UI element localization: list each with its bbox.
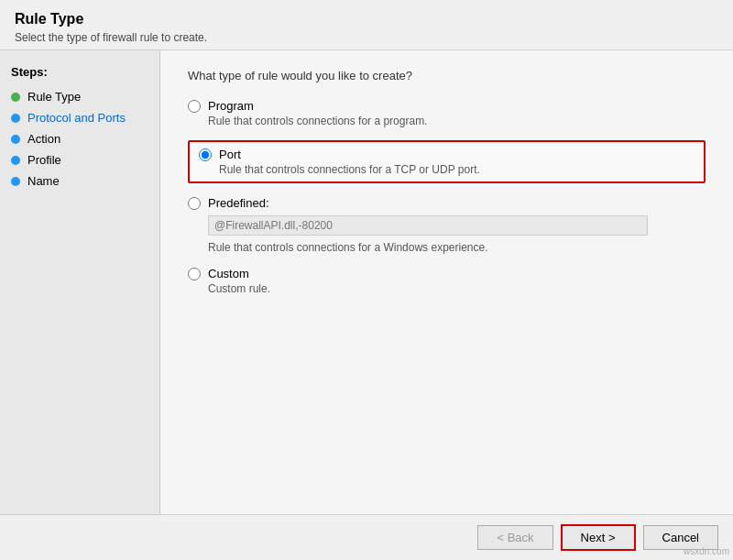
back-button[interactable]: < Back (477, 525, 552, 550)
sidebar: Steps: Rule Type Protocol and Ports Acti… (0, 50, 160, 514)
dot-icon-action (11, 135, 20, 144)
option-program: Program Rule that controls connections f… (188, 99, 706, 127)
next-button[interactable]: Next > (561, 524, 636, 551)
question-text: What type of rule would you like to crea… (188, 69, 706, 82)
dot-icon-name (11, 177, 20, 186)
label-custom[interactable]: Custom (208, 267, 249, 280)
steps-label: Steps: (0, 65, 159, 86)
sidebar-item-name[interactable]: Name (0, 170, 159, 192)
label-program[interactable]: Program (208, 99, 254, 113)
dialog-title: Rule Type (15, 11, 718, 27)
sidebar-label-profile: Profile (27, 153, 61, 167)
dialog-body: Steps: Rule Type Protocol and Ports Acti… (0, 50, 733, 514)
sidebar-label-protocol-ports: Protocol and Ports (27, 111, 126, 125)
sidebar-label-action: Action (27, 132, 60, 146)
option-program-row: Program (188, 99, 706, 113)
desc-program: Rule that controls connections for a pro… (208, 115, 706, 127)
option-custom-row: Custom (188, 267, 706, 280)
option-predefined: Predefined: Rule that controls connectio… (188, 196, 706, 254)
dialog-window: Rule Type Select the type of firewall ru… (0, 0, 733, 560)
options-group: Program Rule that controls connections f… (188, 99, 706, 295)
sidebar-item-profile[interactable]: Profile (0, 149, 159, 170)
label-port[interactable]: Port (219, 148, 241, 161)
option-custom: Custom Custom rule. (188, 267, 706, 295)
main-content: What type of rule would you like to crea… (160, 50, 733, 514)
radio-predefined[interactable] (188, 197, 201, 210)
option-predefined-row: Predefined: (188, 196, 706, 210)
dialog-footer: < Back Next > Cancel (0, 514, 733, 560)
dot-icon-rule-type (11, 93, 20, 102)
dialog-header: Rule Type Select the type of firewall ru… (0, 0, 733, 50)
radio-program[interactable] (188, 100, 201, 113)
sidebar-label-name: Name (27, 174, 60, 188)
sidebar-label-rule-type: Rule Type (27, 90, 81, 104)
option-port: Port Rule that controls connections for … (188, 140, 706, 183)
dot-icon-protocol-ports (11, 114, 20, 123)
desc-predefined: Rule that controls connections for a Win… (208, 241, 706, 254)
label-predefined[interactable]: Predefined: (208, 196, 269, 210)
sidebar-item-rule-type[interactable]: Rule Type (0, 86, 159, 107)
sidebar-item-protocol-ports[interactable]: Protocol and Ports (0, 107, 159, 128)
sidebar-item-action[interactable]: Action (0, 128, 159, 149)
watermark: wsxdn.com (684, 546, 729, 556)
radio-port[interactable] (199, 148, 212, 161)
dot-icon-profile (11, 156, 20, 165)
radio-custom[interactable] (188, 268, 201, 280)
option-port-row: Port (199, 148, 695, 161)
predefined-input[interactable] (208, 215, 648, 236)
desc-port: Rule that controls connections for a TCP… (219, 163, 695, 176)
dialog-subtitle: Select the type of firewall rule to crea… (15, 31, 718, 44)
desc-custom: Custom rule. (208, 282, 706, 295)
